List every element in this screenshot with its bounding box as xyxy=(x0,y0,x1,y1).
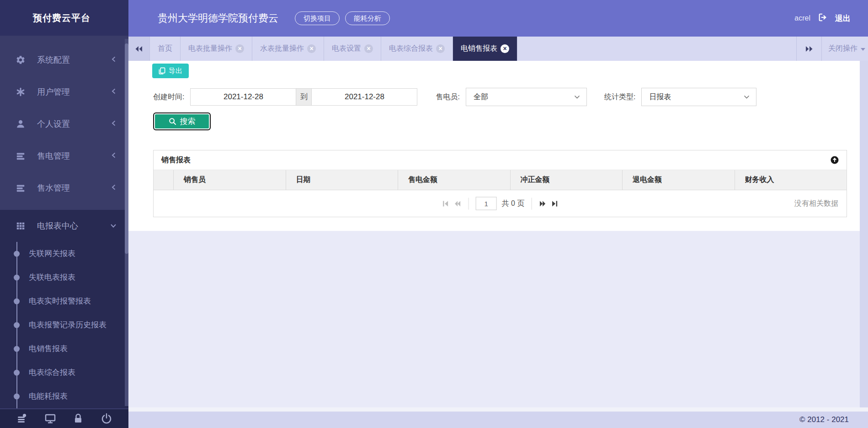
sidebar: 预付费云平台 系统配置 xyxy=(0,0,128,428)
last-page-button[interactable] xyxy=(550,200,558,207)
first-page-icon xyxy=(442,200,450,207)
close-operations-label: 关闭操作 xyxy=(828,44,857,54)
app-root: 预付费云平台 系统配置 xyxy=(0,0,868,428)
gear-icon xyxy=(15,54,26,65)
chevron-down-icon xyxy=(574,95,580,99)
table-header-financial-income: 财务收入 xyxy=(735,170,847,190)
tab-close-icon[interactable]: × xyxy=(235,44,244,53)
next-page-button[interactable] xyxy=(538,200,546,207)
pagination-row: 共 0 页 没有相关数据 xyxy=(154,190,847,217)
created-time-label: 创建时间: xyxy=(153,92,184,102)
tab-electric-sales-report[interactable]: 电销售报表 × xyxy=(453,37,517,61)
sidebar-item-personal-settings[interactable]: 个人设置 xyxy=(0,108,128,140)
submenu-item-label: 电销售报表 xyxy=(29,343,68,354)
sidebar-scrollbar-thumb[interactable] xyxy=(125,43,128,254)
tab-label: 首页 xyxy=(158,44,172,54)
table-header-refund-amount: 退电金额 xyxy=(623,170,735,190)
prev-page-button[interactable] xyxy=(454,200,462,207)
next-page-icon xyxy=(538,200,546,207)
tab-close-icon[interactable]: × xyxy=(501,44,509,53)
lock-icon[interactable] xyxy=(72,412,84,424)
power-icon[interactable] xyxy=(101,412,112,424)
tab-water-meter-batch-ops[interactable]: 水表批量操作 × xyxy=(252,37,324,61)
stat-type-select-value: 日报表 xyxy=(649,92,671,102)
bullet-icon xyxy=(14,274,20,280)
sidebar-item-water-sales-management[interactable]: 售水管理 xyxy=(0,172,128,204)
date-range-group: 到 xyxy=(190,88,417,106)
page-number-input[interactable] xyxy=(476,197,497,210)
main-scrollbar[interactable] xyxy=(860,61,868,407)
grid-icon xyxy=(15,220,26,231)
tabs-scroll-right-button[interactable] xyxy=(797,37,821,61)
sidebar-item-label: 售电管理 xyxy=(37,150,70,161)
tab-label: 电表设置 xyxy=(332,44,361,54)
panel-collapse-button[interactable] xyxy=(831,156,839,164)
submenu-item-lost-gateway-report[interactable]: 失联网关报表 xyxy=(0,242,128,266)
divider xyxy=(531,198,532,209)
sidebar-scrollbar[interactable] xyxy=(125,39,128,406)
table-header-correction-amount: 冲正金额 xyxy=(511,170,623,190)
submenu-item-realtime-alarm-report[interactable]: 电表实时报警报表 xyxy=(0,289,128,313)
stat-type-select[interactable]: 日报表 xyxy=(641,88,756,106)
submenu-item-energy-consumption-report[interactable]: 电能耗报表 xyxy=(0,385,128,408)
submenu-item-meter-comprehensive-report[interactable]: 电表综合报表 xyxy=(0,361,128,385)
date-range-separator: 到 xyxy=(296,88,311,106)
date-from-input[interactable] xyxy=(190,88,296,106)
sidebar-item-label: 用户管理 xyxy=(37,86,70,97)
bullet-icon xyxy=(14,251,20,257)
switch-project-button[interactable]: 切换项目 xyxy=(295,11,340,25)
panel-header: 销售报表 xyxy=(154,150,847,170)
submenu-item-electric-sales-report[interactable]: 电销售报表 xyxy=(0,337,128,361)
tab-label: 电表综合报表 xyxy=(389,44,433,54)
tab-meter-settings[interactable]: 电表设置 × xyxy=(324,37,381,61)
table-header-date: 日期 xyxy=(286,170,399,190)
tab-meter-batch-ops[interactable]: 电表批量操作 × xyxy=(181,37,252,61)
horizontal-scrollbar[interactable] xyxy=(128,407,868,412)
copy-pages-icon xyxy=(159,67,165,75)
export-button[interactable]: 导出 xyxy=(152,64,189,78)
monitor-icon[interactable] xyxy=(44,412,56,424)
content-area: 导出 创建时间: 到 售电员: 全部 统计类型: xyxy=(128,61,868,407)
tab-close-icon[interactable]: × xyxy=(364,44,373,53)
sidebar-item-label: 个人设置 xyxy=(37,118,70,129)
logout-button[interactable]: 退出 xyxy=(835,13,851,24)
sidebar-item-label: 系统配置 xyxy=(37,54,70,65)
sidebar-item-user-management[interactable]: 用户管理 xyxy=(0,76,128,108)
tab-home[interactable]: 首页 xyxy=(149,37,181,61)
tab-bar: 首页 电表批量操作 × 水表批量操作 × 电表设置 × 电表综合报表 × xyxy=(128,37,868,61)
bullet-icon xyxy=(14,298,20,304)
seller-select-value: 全部 xyxy=(474,92,488,102)
menu-list-icon[interactable] xyxy=(16,412,28,424)
submenu-item-label: 电能耗报表 xyxy=(29,391,68,401)
top-header: 贵州大学明德学院预付费云 切换项目 能耗分析 acrel 退出 xyxy=(128,0,868,37)
seller-select[interactable]: 全部 xyxy=(466,88,587,106)
submenu-item-label: 电表实时报警报表 xyxy=(29,296,91,306)
tab-meter-comprehensive-report[interactable]: 电表综合报表 × xyxy=(381,37,453,61)
stat-type-label: 统计类型: xyxy=(604,92,635,102)
submenu-item-lost-meter-report[interactable]: 失联电表报表 xyxy=(0,266,128,289)
first-page-button[interactable] xyxy=(442,200,450,207)
close-operations-dropdown[interactable]: 关闭操作 xyxy=(822,37,868,61)
user-icon xyxy=(15,118,26,129)
chevron-left-icon xyxy=(111,183,117,193)
submenu-item-label: 电表综合报表 xyxy=(29,367,75,378)
date-to-input[interactable] xyxy=(311,88,417,106)
sign-out-icon[interactable] xyxy=(818,13,828,24)
sidebar-item-electric-report-center[interactable]: 电报表中心 xyxy=(0,210,128,242)
tab-close-icon[interactable]: × xyxy=(436,44,445,53)
sidebar-group-report-center: 电报表中心 失联网关报表 失联电表报表 电表实时报警报表 电表报警记录历史报表 … xyxy=(0,210,128,408)
seller-label: 售电员: xyxy=(436,92,459,102)
tabs-scroll-left-button[interactable] xyxy=(128,37,149,61)
submenu-report-center: 失联网关报表 失联电表报表 电表实时报警报表 电表报警记录历史报表 电销售报表 … xyxy=(0,242,128,408)
sidebar-item-system-config[interactable]: 系统配置 xyxy=(0,44,128,76)
bullet-icon xyxy=(14,322,20,328)
submenu-item-label: 电表报警记录历史报表 xyxy=(29,320,107,330)
submenu-item-alarm-history-report[interactable]: 电表报警记录历史报表 xyxy=(0,313,128,337)
energy-analysis-button[interactable]: 能耗分析 xyxy=(345,11,390,25)
table-header-salesperson: 销售员 xyxy=(174,170,286,190)
double-chevron-left-icon xyxy=(134,45,144,53)
search-button[interactable]: 搜索 xyxy=(153,112,211,130)
bullet-icon xyxy=(14,393,20,399)
tab-close-icon[interactable]: × xyxy=(307,44,316,53)
sidebar-item-electric-sales-management[interactable]: 售电管理 xyxy=(0,140,128,172)
